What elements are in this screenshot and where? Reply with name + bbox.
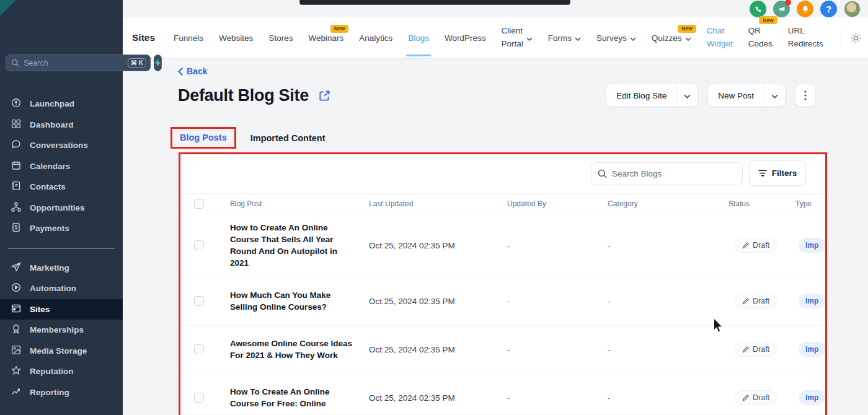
sidebar: ⌘ K Launchpad Dashboard Conversations xyxy=(0,0,123,415)
nav-item-webinars[interactable]: Webinars New xyxy=(308,33,343,43)
nav-item-forms[interactable]: Forms xyxy=(548,33,581,43)
edit-blog-site-button[interactable]: Edit Blog Site xyxy=(606,84,698,107)
sidebar-item-payments[interactable]: Payments xyxy=(0,218,123,239)
sidebar-item-opportunities[interactable]: Opportunities xyxy=(0,198,123,219)
column-header[interactable]: Last Updated xyxy=(369,199,507,208)
sidebar-item-conversations[interactable]: Conversations xyxy=(0,135,123,156)
blog-post-title[interactable]: Awesome Online Course Ideas For 2021 & H… xyxy=(230,338,354,361)
sidebar-item-reporting[interactable]: Reporting xyxy=(0,382,123,403)
announcements-button[interactable]: New xyxy=(773,1,790,17)
tab-imported-content[interactable]: Imported Content xyxy=(250,133,326,143)
blog-post-title[interactable]: How Much Can You Make Selling Online Cou… xyxy=(230,289,354,313)
chevron-down-icon xyxy=(685,33,691,43)
last-updated: Oct 25, 2024 02:35 PM xyxy=(369,297,507,306)
pencil-icon xyxy=(742,242,749,249)
sidebar-item-contacts[interactable]: Contacts xyxy=(0,177,123,198)
search-blogs-input[interactable] xyxy=(612,169,736,178)
help-button[interactable]: ? xyxy=(820,1,837,17)
quick-actions-button[interactable] xyxy=(154,55,162,71)
nav-item-qr-codes[interactable]: QRCodes New xyxy=(748,25,773,51)
sidebar-item-label: Marketing xyxy=(30,263,69,273)
sidebar-item-launchpad[interactable]: Launchpad xyxy=(0,94,123,115)
status-badge[interactable]: Draft xyxy=(735,238,777,253)
status-badge[interactable]: Draft xyxy=(735,294,777,308)
table-row[interactable]: Awesome Online Course Ideas For 2021 & H… xyxy=(180,326,825,374)
search-icon xyxy=(11,59,19,67)
nav-item-wordpress[interactable]: WordPress xyxy=(445,33,486,43)
chat-bubble-icon xyxy=(11,139,21,151)
new-badge: New xyxy=(678,25,696,33)
launchpad-icon xyxy=(11,98,21,110)
user-avatar[interactable] xyxy=(844,1,861,17)
nav-item-blogs[interactable]: Blogs xyxy=(408,33,429,43)
more-options-button[interactable] xyxy=(795,84,816,107)
nav-item-stores[interactable]: Stores xyxy=(268,33,293,43)
settings-button[interactable] xyxy=(850,32,862,44)
open-site-external-button[interactable] xyxy=(319,90,330,102)
new-badge: New xyxy=(330,25,348,33)
sidebar-item-memberships[interactable]: Memberships xyxy=(0,320,123,341)
new-badge: New xyxy=(759,16,777,24)
column-header[interactable]: Status xyxy=(728,199,795,208)
updated-by: - xyxy=(507,345,608,354)
sidebar-item-sites[interactable]: Sites xyxy=(0,299,123,320)
notification-dot xyxy=(785,0,791,6)
pencil-icon xyxy=(742,298,749,305)
chevron-down-icon xyxy=(526,33,533,43)
nav-item-websites[interactable]: Websites xyxy=(219,33,253,43)
nav-item-quizzes[interactable]: Quizzes New xyxy=(652,33,691,43)
category: - xyxy=(608,345,728,354)
row-checkbox[interactable] xyxy=(194,393,204,403)
search-blogs-field[interactable] xyxy=(591,162,743,185)
type-badge[interactable]: Imp xyxy=(799,342,825,357)
type-badge[interactable]: Imp xyxy=(799,238,825,253)
blog-post-title[interactable]: How to Create An Online Course That Sell… xyxy=(230,222,354,269)
back-button[interactable]: Back xyxy=(178,66,207,76)
bell-icon xyxy=(801,5,810,14)
sidebar-item-label: Conversations xyxy=(30,141,88,150)
sidebar-item-media-storage[interactable]: Media Storage xyxy=(0,341,123,362)
new-post-button[interactable]: New Post xyxy=(707,84,786,107)
column-header[interactable]: Category xyxy=(608,199,728,208)
column-header[interactable]: Updated By xyxy=(507,199,608,208)
type-badge[interactable]: Imp xyxy=(799,390,825,405)
table-row[interactable]: How To Create An Online Course For Free:… xyxy=(180,374,825,414)
table-row[interactable]: How Much Can You Make Selling Online Cou… xyxy=(180,277,825,326)
table-header: Blog Post Last Updated Updated By Catego… xyxy=(180,193,825,214)
phone-button[interactable] xyxy=(750,1,766,17)
blog-post-title[interactable]: How To Create An Online Course For Free:… xyxy=(230,386,354,409)
sidebar-search-input[interactable] xyxy=(24,59,123,68)
category: - xyxy=(608,393,728,403)
table-row[interactable]: How to Create An Online Course That Sell… xyxy=(180,214,825,277)
select-all-checkbox[interactable] xyxy=(194,199,204,209)
nav-item-url-redirects[interactable]: URLRedirects xyxy=(788,25,823,51)
notifications-button[interactable] xyxy=(797,1,813,17)
nav-item-surveys[interactable]: Surveys xyxy=(596,33,636,43)
sidebar-divider xyxy=(8,248,115,249)
nav-item-client-portal[interactable]: ClientPortal xyxy=(502,25,533,51)
filters-button[interactable]: Filters xyxy=(749,160,806,186)
column-header[interactable]: Blog Post xyxy=(230,199,369,208)
row-checkbox[interactable] xyxy=(194,296,204,306)
nav-item-funnels[interactable]: Funnels xyxy=(174,33,203,43)
tab-blog-posts[interactable]: Blog Posts xyxy=(180,133,227,142)
status-badge[interactable]: Draft xyxy=(735,390,777,405)
sidebar-item-reputation[interactable]: Reputation xyxy=(0,361,123,382)
type-badge[interactable]: Imp xyxy=(799,294,825,308)
row-checkbox[interactable] xyxy=(194,344,204,354)
status-badge[interactable]: Draft xyxy=(735,342,777,357)
nav-item-chat-widget[interactable]: ChatWidget xyxy=(707,25,733,51)
sidebar-item-marketing[interactable]: Marketing xyxy=(0,258,123,279)
row-checkbox[interactable] xyxy=(194,240,204,250)
sidebar-item-calendars[interactable]: Calendars xyxy=(0,156,123,177)
sidebar-item-dashboard[interactable]: Dashboard xyxy=(0,115,123,136)
sidebar-item-automation[interactable]: Automation xyxy=(0,278,123,299)
column-header[interactable]: Type xyxy=(795,199,825,208)
pencil-icon xyxy=(742,346,749,353)
nav-item-analytics[interactable]: Analytics xyxy=(359,33,392,43)
sidebar-search[interactable]: ⌘ K xyxy=(6,55,151,71)
edit-blog-site-dropdown[interactable] xyxy=(676,84,698,107)
new-post-dropdown[interactable] xyxy=(764,84,785,107)
image-icon xyxy=(11,345,21,357)
sidebar-item-label: Launchpad xyxy=(30,99,74,108)
